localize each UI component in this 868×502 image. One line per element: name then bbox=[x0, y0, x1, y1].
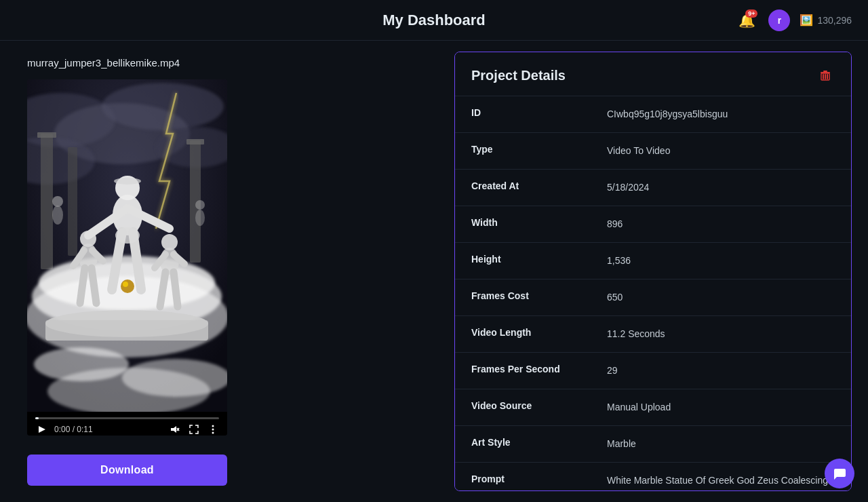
detail-row: ID CIwbq95g10j8ygsya5lbisguu bbox=[455, 96, 851, 133]
detail-label: Frames Per Second bbox=[471, 364, 607, 374]
play-icon bbox=[37, 425, 46, 434]
svg-line-35 bbox=[174, 272, 178, 307]
svg-rect-56 bbox=[823, 71, 827, 72]
detail-label: Created At bbox=[471, 180, 607, 191]
svg-rect-54 bbox=[827, 74, 828, 79]
trash-icon bbox=[818, 69, 832, 82]
svg-point-18 bbox=[114, 178, 141, 185]
volume-button[interactable] bbox=[169, 423, 181, 436]
detail-row: Created At 5/18/2024 bbox=[455, 170, 851, 206]
download-button[interactable]: Download bbox=[27, 455, 227, 486]
svg-point-49 bbox=[212, 425, 214, 427]
play-button[interactable] bbox=[35, 423, 47, 436]
header-right: 🔔 9+ r 🖼️ 130,296 bbox=[734, 8, 852, 33]
svg-marker-46 bbox=[171, 426, 176, 433]
app-header: My Dashboard 🔔 9+ r 🖼️ 130,296 bbox=[0, 0, 868, 41]
detail-row: Width 896 bbox=[455, 206, 851, 243]
svg-rect-10 bbox=[186, 139, 204, 144]
avatar[interactable]: r bbox=[768, 9, 790, 31]
detail-value: Video To Video bbox=[607, 144, 835, 158]
svg-point-23 bbox=[115, 227, 140, 244]
detail-label: Frames Cost bbox=[471, 290, 607, 301]
video-thumbnail bbox=[27, 79, 227, 412]
details-table: ID CIwbq95g10j8ygsya5lbisguu Type Video … bbox=[455, 96, 851, 491]
main-content: murray_jumper3_bellikemike.mp4 bbox=[0, 41, 868, 502]
svg-point-51 bbox=[212, 432, 214, 434]
svg-rect-8 bbox=[68, 147, 77, 256]
detail-row: Video Source Manual Upload bbox=[455, 389, 851, 426]
detail-value: White Marble Statue Of Greek God Zeus Co… bbox=[607, 474, 835, 491]
svg-point-50 bbox=[212, 429, 214, 431]
detail-label: Type bbox=[471, 144, 607, 155]
svg-rect-52 bbox=[823, 74, 824, 79]
detail-row: Video Length 11.2 Seconds bbox=[455, 316, 851, 353]
time-display: 0:00 / 0:11 bbox=[54, 425, 93, 434]
detail-row: Art Style Marble bbox=[455, 426, 851, 463]
notification-button[interactable]: 🔔 9+ bbox=[734, 8, 759, 33]
video-container: 0:00 / 0:11 bbox=[27, 79, 227, 436]
detail-value: Marble bbox=[607, 437, 835, 451]
volume-icon bbox=[170, 425, 180, 434]
detail-value: 29 bbox=[607, 364, 835, 378]
credits-value: 130,296 bbox=[817, 15, 852, 26]
svg-point-42 bbox=[52, 206, 63, 225]
detail-row: Height 1,536 bbox=[455, 243, 851, 279]
panel-title: Project Details bbox=[471, 68, 566, 83]
video-image bbox=[27, 79, 227, 412]
detail-value: Manual Upload bbox=[607, 400, 835, 414]
more-options-button[interactable] bbox=[207, 423, 219, 436]
chat-button[interactable] bbox=[825, 459, 854, 488]
page-title: My Dashboard bbox=[382, 12, 486, 29]
fullscreen-button[interactable] bbox=[188, 423, 200, 436]
chat-icon bbox=[832, 466, 847, 481]
panel-header: Project Details bbox=[455, 52, 851, 96]
controls-row: 0:00 / 0:11 bbox=[35, 423, 219, 436]
detail-value: 896 bbox=[607, 217, 835, 231]
svg-rect-15 bbox=[45, 320, 208, 341]
right-panel: Project Details ID CIwbq95g10j8ygsya5lbi… bbox=[454, 52, 852, 491]
detail-row: Type Video To Video bbox=[455, 133, 851, 170]
detail-label: Height bbox=[471, 254, 607, 265]
svg-line-29 bbox=[92, 268, 96, 303]
video-filename: murray_jumper3_bellikemike.mp4 bbox=[27, 57, 180, 69]
svg-point-36 bbox=[121, 279, 134, 293]
detail-row: Frames Cost 650 bbox=[455, 279, 851, 316]
progress-bar[interactable] bbox=[35, 417, 219, 419]
detail-row: Prompt White Marble Statue Of Greek God … bbox=[455, 463, 851, 491]
progress-bar-fill bbox=[35, 417, 39, 419]
notification-badge: 9+ bbox=[745, 9, 757, 18]
detail-label: Prompt bbox=[471, 474, 607, 484]
detail-value: 5/18/2024 bbox=[607, 180, 835, 195]
svg-marker-45 bbox=[39, 426, 45, 433]
detail-value: CIwbq95g10j8ygsya5lbisguu bbox=[607, 107, 835, 121]
svg-rect-53 bbox=[825, 74, 826, 79]
credits-display: 🖼️ 130,296 bbox=[800, 14, 852, 26]
svg-rect-6 bbox=[41, 134, 53, 269]
svg-line-28 bbox=[80, 268, 85, 303]
detail-label: Video Source bbox=[471, 400, 607, 411]
detail-value: 650 bbox=[607, 290, 835, 305]
detail-label: Width bbox=[471, 217, 607, 228]
delete-button[interactable] bbox=[816, 66, 835, 85]
detail-label: ID bbox=[471, 107, 607, 118]
detail-value: 11.2 Seconds bbox=[607, 327, 835, 341]
credits-icon: 🖼️ bbox=[800, 14, 813, 26]
detail-row: Frames Per Second 29 bbox=[455, 353, 851, 389]
svg-point-43 bbox=[195, 200, 205, 210]
detail-label: Video Length bbox=[471, 327, 607, 338]
more-icon bbox=[208, 425, 218, 434]
svg-point-44 bbox=[195, 210, 205, 226]
left-panel: murray_jumper3_bellikemike.mp4 bbox=[0, 41, 454, 502]
svg-point-37 bbox=[123, 282, 128, 287]
svg-point-41 bbox=[52, 196, 63, 207]
detail-label: Art Style bbox=[471, 437, 607, 448]
detail-value: 1,536 bbox=[607, 254, 835, 268]
fullscreen-icon bbox=[189, 425, 199, 434]
svg-rect-7 bbox=[37, 132, 56, 138]
video-controls: 0:00 / 0:11 bbox=[27, 412, 227, 436]
